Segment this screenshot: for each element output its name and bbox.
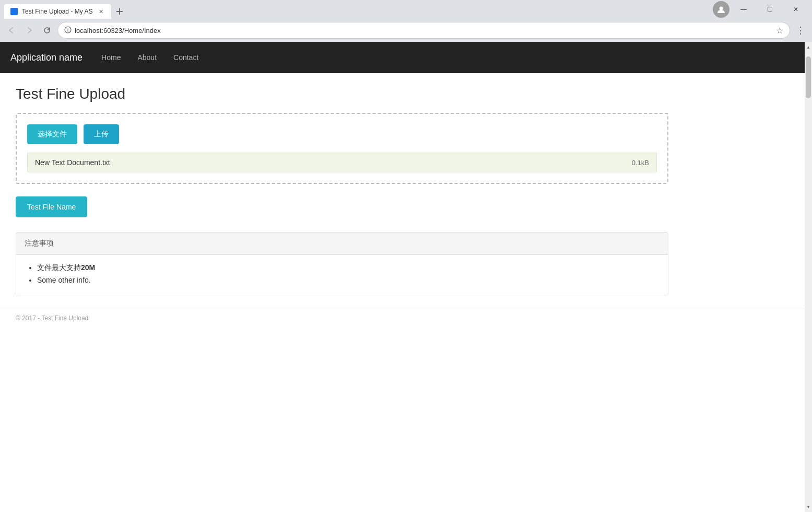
nav-link-about[interactable]: About	[129, 42, 165, 73]
address-text: localhost:60323/Home/Index	[75, 27, 773, 34]
menu-button[interactable]: ⋮	[793, 23, 808, 38]
profile-button[interactable]	[713, 1, 729, 18]
nav-item-home: Home	[93, 42, 129, 73]
scroll-down-button[interactable]: ▼	[805, 503, 812, 511]
notes-panel: 注意事项 文件最大支持20M Some other info.	[16, 232, 668, 296]
new-tab-button[interactable]	[111, 4, 128, 19]
navbar-nav: Home About Contact	[93, 42, 207, 73]
minimize-button[interactable]: —	[732, 1, 756, 18]
svg-text:i: i	[67, 28, 68, 33]
upload-container: 选择文件 上传 New Text Document.txt 0.1kB	[16, 113, 668, 184]
scroll-track[interactable]	[806, 52, 811, 502]
notes-list: 文件最大支持20M Some other info.	[27, 263, 657, 284]
tab-bar: Test Fine Upload - My AS ✕	[4, 0, 711, 19]
svg-point-2	[720, 7, 723, 10]
window-controls: — ☐ ✕	[732, 1, 808, 18]
file-item: New Text Document.txt 0.1kB	[27, 153, 657, 172]
upload-buttons: 选择文件 上传	[27, 124, 657, 144]
upload-button[interactable]: 上传	[84, 124, 119, 144]
scrollbar[interactable]: ▲ ▼	[805, 42, 812, 512]
nav-link-home[interactable]: Home	[93, 42, 129, 73]
notes-header: 注意事项	[16, 232, 668, 255]
title-bar: Test Fine Upload - My AS ✕ — ☐ ✕	[0, 0, 812, 19]
back-button[interactable]	[4, 23, 19, 38]
select-file-button[interactable]: 选择文件	[27, 124, 77, 144]
navbar-brand[interactable]: Application name	[10, 52, 83, 63]
tab-favicon-icon	[10, 8, 18, 15]
active-tab[interactable]: Test Fine Upload - My AS ✕	[4, 4, 111, 19]
scroll-up-button[interactable]: ▲	[805, 43, 812, 51]
toolbar: i localhost:60323/Home/Index ☆ ⋮	[0, 19, 812, 42]
svg-rect-1	[119, 8, 120, 15]
notes-body: 文件最大支持20M Some other info.	[16, 255, 668, 296]
tab-close-button[interactable]: ✕	[97, 7, 105, 16]
scroll-thumb[interactable]	[806, 56, 811, 98]
address-bar[interactable]: i localhost:60323/Home/Index ☆	[57, 22, 790, 39]
page-content: Application name Home About Contact Test…	[0, 42, 805, 512]
close-button[interactable]: ✕	[784, 1, 808, 18]
file-list: New Text Document.txt 0.1kB	[27, 153, 657, 172]
page-title: Test Fine Upload	[16, 86, 789, 102]
page-area: Application name Home About Contact Test…	[0, 42, 812, 512]
footer: © 2017 - Test Fine Upload	[0, 309, 805, 327]
main-content: Test Fine Upload 选择文件 上传 New Text Docume…	[0, 73, 805, 309]
file-size: 0.1kB	[632, 159, 649, 167]
file-name: New Text Document.txt	[35, 158, 632, 167]
footer-text: © 2017 - Test Fine Upload	[16, 315, 88, 322]
tab-title: Test Fine Upload - My AS	[22, 8, 92, 15]
nav-item-about: About	[129, 42, 165, 73]
nav-item-contact: Contact	[165, 42, 207, 73]
test-file-name-button[interactable]: Test File Name	[16, 196, 87, 217]
bookmark-icon[interactable]: ☆	[776, 26, 783, 36]
security-icon: i	[64, 26, 72, 35]
maximize-button[interactable]: ☐	[758, 1, 782, 18]
nav-link-contact[interactable]: Contact	[165, 42, 207, 73]
navbar: Application name Home About Contact	[0, 42, 805, 73]
forward-button[interactable]	[22, 23, 37, 38]
notes-item-2: Some other info.	[37, 276, 657, 284]
notes-item-1: 文件最大支持20M	[37, 263, 657, 273]
reload-button[interactable]	[40, 23, 54, 38]
